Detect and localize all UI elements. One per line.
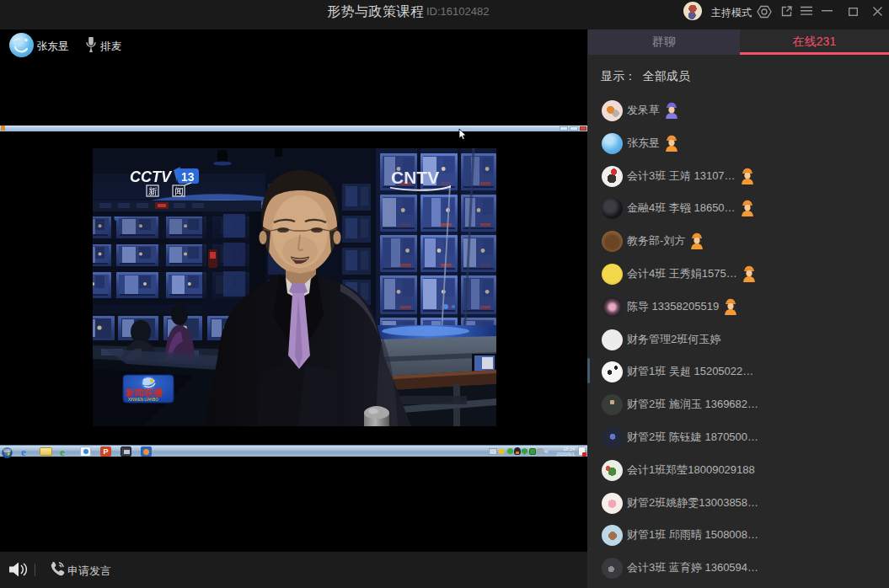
svg-text:CNTV: CNTV xyxy=(391,168,439,187)
svg-text:新: 新 xyxy=(148,186,158,196)
svg-text:13: 13 xyxy=(181,170,195,184)
svg-text:CCTV: CCTV xyxy=(130,168,173,185)
svg-text:新闻联播: 新闻联播 xyxy=(125,388,163,398)
svg-text:闻: 闻 xyxy=(174,186,184,196)
svg-text:XINWEN·LIANBO: XINWEN·LIANBO xyxy=(128,398,159,402)
